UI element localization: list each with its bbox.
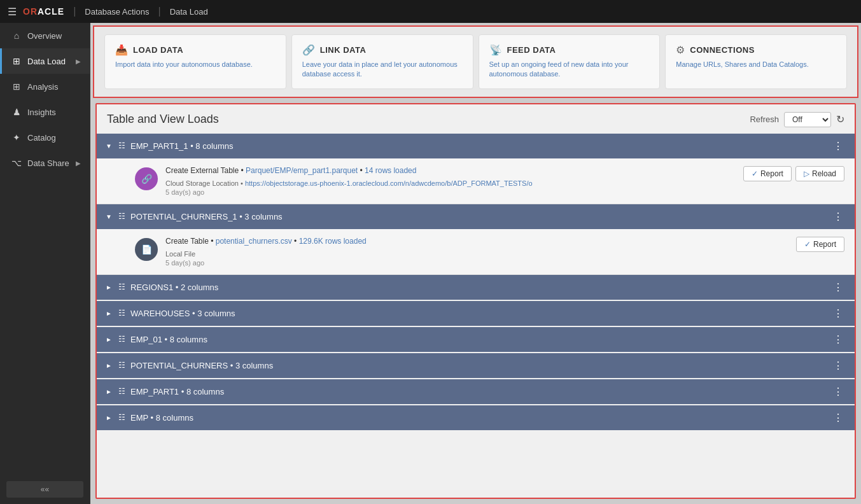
card-header-link-data: 🔗 LINK DATA: [302, 44, 463, 56]
sidebar-icon-analysis: ⊞: [11, 81, 22, 92]
detail-rows-potential-churners-1: 129.6K rows loaded: [299, 237, 367, 246]
load-row-warehouses[interactable]: ► ☷ WAREHOUSES • 3 columns ⋮: [97, 301, 855, 326]
group-arrow-emp-part1-1: ▼: [106, 143, 113, 150]
row-arrow-emp-part1: ►: [106, 388, 113, 395]
detail-btn-report-potential-churners-1[interactable]: ✓ Report: [796, 237, 844, 252]
loads-title: Table and View Loads: [107, 113, 219, 126]
sidebar-icon-data-share: ⌥: [11, 158, 22, 168]
hamburger-menu[interactable]: ☰: [8, 6, 17, 18]
loads-controls: Refresh Off5 sec10 sec30 sec ↻: [750, 112, 844, 127]
row-menu-regions1[interactable]: ⋮: [830, 281, 846, 293]
detail-sub-url-emp-part1-1[interactable]: https://objectstorage.us-phoenix-1.oracl…: [245, 179, 533, 187]
detail-icon-potential-churners-1: 📄: [135, 238, 158, 261]
card-header-feed-data: 📡 FEED DATA: [489, 44, 650, 56]
load-group-header-potential-churners-1[interactable]: ▼ ☷ POTENTIAL_CHURNERS_1 • 3 columns ⋮: [97, 204, 855, 229]
sidebar-icon-data-load: ⊞: [11, 56, 22, 66]
group-table-icon-emp-part1-1: ☷: [118, 141, 125, 150]
card-icon-link-data: 🔗: [302, 44, 315, 56]
row-arrow-emp-01: ►: [106, 336, 113, 343]
action-card-link-data[interactable]: 🔗 LINK DATA Leave your data in place and…: [291, 34, 473, 89]
group-table-icon-potential-churners-1: ☷: [118, 212, 125, 221]
load-row-potential-churners[interactable]: ► ☷ POTENTIAL_CHURNERS • 3 columns ⋮: [97, 353, 855, 378]
detail-main-potential-churners-1: Create Table • potential_churners.csv • …: [165, 237, 788, 246]
sidebar-label-insights: Insights: [27, 108, 81, 117]
detail-btn-icon-reload-emp-part1-1: ▷: [804, 169, 809, 178]
refresh-button[interactable]: ↻: [836, 113, 844, 125]
loads-section: Table and View Loads Refresh Off5 sec10 …: [95, 103, 856, 499]
detail-file-emp-part1-1[interactable]: Parquet/EMP/emp_part1.parquet: [246, 166, 358, 175]
group-menu-emp-part1-1[interactable]: ⋮: [830, 140, 846, 152]
topbar-divider: |: [73, 6, 76, 17]
row-arrow-warehouses: ►: [106, 310, 113, 317]
detail-actions-potential-churners-1: ✓ Report: [796, 237, 844, 252]
row-name-regions1: REGIONS1 • 2 columns: [130, 283, 825, 292]
row-table-icon-emp: ☷: [118, 413, 125, 422]
detail-main-emp-part1-1: Create External Table • Parquet/EMP/emp_…: [165, 166, 736, 175]
sidebar-item-overview[interactable]: ⌂ Overview: [0, 23, 90, 48]
row-arrow-regions1: ►: [106, 284, 113, 291]
row-menu-potential-churners[interactable]: ⋮: [830, 360, 846, 372]
group-name-emp-part1-1: EMP_PART1_1 • 8 columns: [130, 141, 825, 151]
row-menu-warehouses[interactable]: ⋮: [830, 307, 846, 319]
sidebar-label-data-share: Data Share: [27, 158, 71, 168]
card-title-link-data: LINK DATA: [320, 45, 367, 55]
load-row-emp[interactable]: ► ☷ EMP • 8 columns ⋮: [97, 405, 855, 430]
load-row-regions1[interactable]: ► ☷ REGIONS1 • 2 columns ⋮: [97, 275, 855, 300]
row-table-icon-emp-part1: ☷: [118, 387, 125, 396]
sidebar-label-overview: Overview: [27, 31, 81, 41]
detail-sub-emp-part1-1: Cloud Storage Location • https://objects…: [165, 179, 533, 187]
action-card-connections[interactable]: ⚙ CONNECTIONS Manage URLs, Shares and Da…: [665, 34, 847, 89]
load-detail-potential-churners-1: 📄 Create Table • potential_churners.csv …: [97, 229, 855, 275]
sidebar-icon-insights: ♟: [11, 107, 22, 117]
collapse-sidebar-button[interactable]: ««: [6, 481, 83, 498]
row-menu-emp[interactable]: ⋮: [830, 412, 846, 424]
topbar: ☰ ORACLE | Database Actions | Data Load: [0, 0, 861, 23]
detail-actions-emp-part1-1: ✓ Report ▷ Reload: [743, 166, 844, 181]
row-menu-emp-01[interactable]: ⋮: [830, 333, 846, 346]
row-arrow-potential-churners: ►: [106, 362, 113, 369]
sidebar-label-analysis: Analysis: [27, 82, 81, 92]
refresh-label: Refresh: [750, 115, 779, 124]
detail-icon-emp-part1-1: 🔗: [135, 167, 158, 190]
loads-list: ▼ ☷ EMP_PART1_1 • 8 columns ⋮ 🔗 Create E…: [97, 134, 855, 498]
card-header-load-data: 📥 LOAD DATA: [115, 44, 276, 56]
card-icon-connections: ⚙: [676, 44, 685, 56]
detail-btn-label-report-emp-part1-1: Report: [760, 169, 783, 178]
sidebar-item-analysis[interactable]: ⊞ Analysis: [0, 74, 90, 99]
sidebar-bottom: ««: [0, 475, 90, 504]
loads-header: Table and View Loads Refresh Off5 sec10 …: [97, 104, 855, 134]
row-name-emp-01: EMP_01 • 8 columns: [130, 335, 825, 344]
action-card-load-data[interactable]: 📥 LOAD DATA Import data into your autono…: [104, 34, 286, 89]
row-arrow-emp: ►: [106, 414, 113, 421]
load-row-emp-01[interactable]: ► ☷ EMP_01 • 8 columns ⋮: [97, 327, 855, 352]
card-title-load-data: LOAD DATA: [133, 45, 183, 55]
load-row-emp-part1[interactable]: ► ☷ EMP_PART1 • 8 columns ⋮: [97, 379, 855, 404]
detail-text-emp-part1-1: Create External Table • Parquet/EMP/emp_…: [165, 166, 736, 196]
refresh-select[interactable]: Off5 sec10 sec30 sec: [784, 112, 831, 127]
topbar-separator: |: [158, 6, 160, 17]
detail-rows-emp-part1-1: 14 rows loaded: [365, 166, 416, 175]
row-menu-emp-part1[interactable]: ⋮: [830, 386, 846, 398]
sidebar-item-insights[interactable]: ♟ Insights: [0, 99, 90, 125]
sidebar-arrow-data-share: ▶: [76, 160, 81, 167]
load-group-header-emp-part1-1[interactable]: ▼ ☷ EMP_PART1_1 • 8 columns ⋮: [97, 134, 855, 158]
row-name-potential-churners: POTENTIAL_CHURNERS • 3 columns: [130, 361, 825, 370]
detail-btn-label-reload-emp-part1-1: Reload: [812, 169, 836, 178]
detail-btn-report-emp-part1-1[interactable]: ✓ Report: [743, 166, 792, 181]
card-desc-connections: Manage URLs, Shares and Data Catalogs.: [676, 60, 836, 69]
row-name-warehouses: WAREHOUSES • 3 columns: [130, 309, 825, 318]
row-name-emp-part1: EMP_PART1 • 8 columns: [130, 387, 825, 396]
group-menu-potential-churners-1[interactable]: ⋮: [830, 211, 846, 223]
action-card-feed-data[interactable]: 📡 FEED DATA Set up an ongoing feed of ne…: [479, 34, 661, 89]
detail-time-emp-part1-1: 5 day(s) ago: [165, 188, 736, 196]
sidebar-label-data-load: Data Load: [27, 57, 71, 66]
detail-btn-reload-emp-part1-1[interactable]: ▷ Reload: [795, 166, 844, 181]
row-table-icon-potential-churners: ☷: [118, 361, 125, 370]
sidebar-label-catalog: Catalog: [27, 133, 81, 143]
card-icon-load-data: 📥: [115, 44, 128, 56]
sidebar-item-catalog[interactable]: ✦ Catalog: [0, 125, 90, 150]
sidebar-item-data-share[interactable]: ⌥ Data Share ▶: [0, 150, 90, 176]
detail-file-potential-churners-1[interactable]: potential_churners.csv: [216, 237, 292, 246]
sidebar-item-data-load[interactable]: ⊞ Data Load ▶: [0, 48, 90, 74]
card-title-feed-data: FEED DATA: [507, 45, 556, 55]
